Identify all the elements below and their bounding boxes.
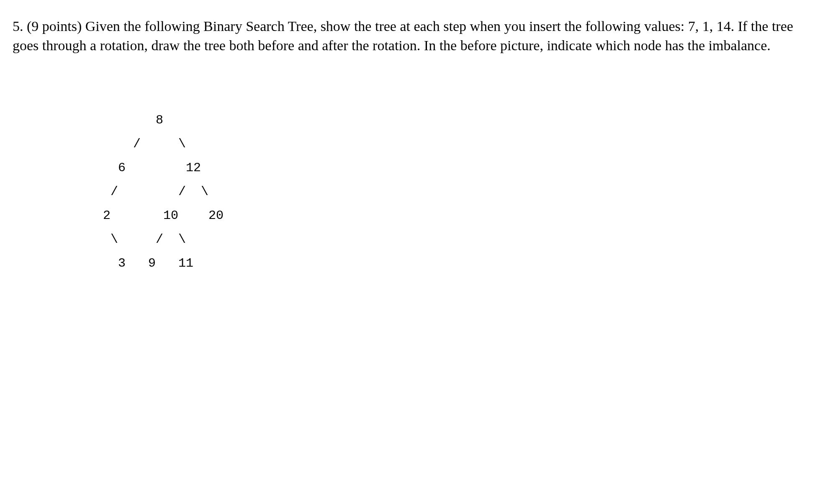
tree-line-4: / / \ — [88, 185, 208, 199]
tree-line-7: 3 9 11 — [88, 256, 193, 270]
tree-line-3: 6 12 — [88, 161, 201, 175]
binary-tree-diagram: 8 / \ 6 12 / / \ 2 10 20 \ / \ 3 9 11 — [88, 85, 820, 275]
question-points: (9 points) — [27, 18, 82, 34]
question-prompt: Given the following Binary Search Tree, … — [13, 18, 793, 53]
tree-line-1: 8 — [88, 113, 163, 127]
question-container: 5. (9 points) Given the following Binary… — [13, 17, 820, 55]
tree-line-2: / \ — [88, 137, 186, 151]
tree-line-5: 2 10 20 — [88, 208, 224, 223]
question-number: 5. — [13, 18, 23, 34]
tree-line-6: \ / \ — [88, 232, 186, 247]
